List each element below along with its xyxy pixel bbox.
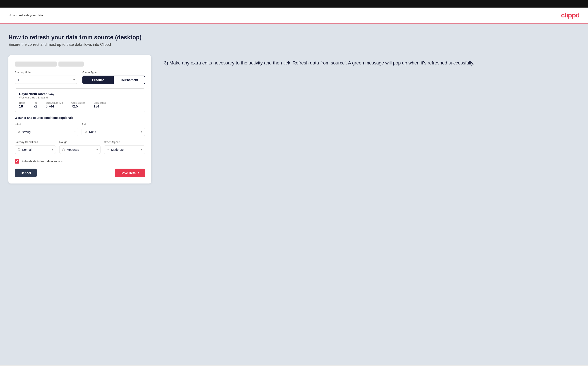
starting-hole-select-wrapper: 1 — [15, 75, 77, 84]
rain-select[interactable]: None — [89, 130, 139, 133]
game-type-group: Game Type Practice Tournament — [82, 71, 145, 84]
main-content: How to refresh your data from source (de… — [0, 24, 588, 365]
side-text: 3) Make any extra edits necessary to the… — [164, 59, 579, 66]
rain-chevron-icon: ▾ — [141, 130, 142, 133]
cancel-button[interactable]: Cancel — [15, 169, 37, 177]
rain-select-wrapper[interactable]: ☼ None ▾ — [82, 128, 145, 136]
fairway-chevron-icon: ▾ — [52, 148, 53, 151]
fairway-icon: ⬡ — [17, 148, 20, 152]
course-info-box: Royal North Devon GC, Westward Ho!, Engl… — [15, 88, 145, 112]
fairway-label: Fairway Conditions — [15, 141, 56, 144]
game-type-label: Game Type — [82, 71, 145, 74]
green-speed-select[interactable]: Moderate — [111, 148, 139, 151]
wind-label: Wind — [15, 123, 78, 126]
holes-value: 18 — [19, 105, 25, 108]
refresh-checkbox-row: Refresh shots from data source — [15, 159, 145, 164]
fairway-select-wrapper[interactable]: ⬡ Normal ▾ — [15, 145, 56, 154]
tab-stub — [15, 61, 145, 67]
fairway-group: Fairway Conditions ⬡ Normal ▾ — [15, 141, 56, 154]
refresh-label[interactable]: Refresh shots from data source — [21, 159, 62, 163]
green-speed-select-wrapper[interactable]: ◎ Moderate ▾ — [104, 145, 145, 154]
logo: clippd — [561, 11, 579, 19]
game-type-buttons: Practice Tournament — [82, 75, 145, 84]
page-title: How to refresh your data from source (de… — [9, 34, 579, 41]
slope-rating-value: 134 — [94, 105, 106, 108]
rough-label: Rough — [59, 141, 101, 144]
course-stats: Holes 18 Par 72 Yards/White (M)) 6,744 C… — [19, 102, 141, 108]
starting-hole-label: Starting Hole — [15, 71, 77, 74]
green-speed-icon: ◎ — [107, 148, 110, 152]
yards-label: Yards/White (M)) — [46, 102, 63, 104]
starting-hole-group: Starting Hole 1 — [15, 71, 77, 84]
wind-select-wrapper[interactable]: ≋ Strong ▾ — [15, 128, 78, 136]
par-value: 72 — [34, 105, 37, 108]
stat-par: Par 72 — [34, 102, 37, 108]
rough-group: Rough ⬡ Moderate ▾ — [59, 141, 101, 154]
conditions-section-label: Weather and course conditions (optional) — [15, 116, 145, 119]
tournament-button[interactable]: Tournament — [114, 76, 145, 84]
slope-rating-label: Slope rating — [94, 102, 106, 104]
stat-slope-rating: Slope rating 134 — [94, 102, 106, 108]
rain-label: Rain — [82, 123, 145, 126]
side-description: 3) Make any extra edits necessary to the… — [164, 55, 579, 66]
rough-chevron-icon: ▾ — [96, 148, 98, 151]
course-location: Westward Ho!, England — [19, 96, 141, 99]
rough-icon: ⬡ — [62, 148, 65, 152]
rough-select[interactable]: Moderate — [67, 148, 95, 151]
wind-chevron-icon: ▾ — [74, 131, 76, 133]
conditions-row-1: Wind ≋ Strong ▾ Rain ☼ None — [15, 123, 145, 136]
yards-value: 6,744 — [46, 105, 63, 108]
wind-icon: ≋ — [17, 130, 20, 134]
wind-select[interactable]: Strong — [22, 130, 72, 134]
page-subtitle: Ensure the correct and most up to date d… — [9, 42, 579, 47]
stat-yards: Yards/White (M)) 6,744 — [46, 102, 63, 108]
green-speed-group: Green Speed ◎ Moderate ▾ — [104, 141, 145, 154]
refresh-checkbox[interactable] — [15, 159, 19, 164]
header-title: How to refresh your data — [9, 13, 43, 17]
course-name: Royal North Devon GC, — [19, 92, 141, 96]
rain-group: Rain ☼ None ▾ — [82, 123, 145, 136]
course-rating-label: Course rating — [71, 102, 85, 104]
form-actions: Cancel Save Details — [15, 169, 145, 177]
content-layout: Starting Hole 1 Game Type Practice Tourn… — [9, 55, 579, 184]
save-button[interactable]: Save Details — [115, 169, 145, 177]
starting-hole-select[interactable]: 1 — [15, 75, 77, 84]
par-label: Par — [34, 102, 37, 104]
rough-select-wrapper[interactable]: ⬡ Moderate ▾ — [59, 145, 101, 154]
green-speed-label: Green Speed — [104, 141, 145, 144]
header: How to refresh your data clippd — [0, 8, 588, 24]
wind-group: Wind ≋ Strong ▾ — [15, 123, 78, 136]
stat-holes: Holes 18 — [19, 102, 25, 108]
top-bar — [0, 0, 588, 8]
holes-label: Holes — [19, 102, 25, 104]
rain-icon: ☼ — [84, 130, 87, 134]
practice-button[interactable]: Practice — [83, 76, 114, 84]
stat-course-rating: Course rating 72.5 — [71, 102, 85, 108]
green-speed-chevron-icon: ▾ — [141, 148, 142, 151]
form-row-top: Starting Hole 1 Game Type Practice Tourn… — [15, 71, 145, 84]
course-rating-value: 72.5 — [71, 105, 85, 108]
fairway-select[interactable]: Normal — [22, 148, 50, 151]
form-card: Starting Hole 1 Game Type Practice Tourn… — [9, 55, 151, 184]
conditions-row-2: Fairway Conditions ⬡ Normal ▾ Rough ⬡ — [15, 141, 145, 154]
footer: Copyright Clippd 2022 — [0, 365, 588, 367]
